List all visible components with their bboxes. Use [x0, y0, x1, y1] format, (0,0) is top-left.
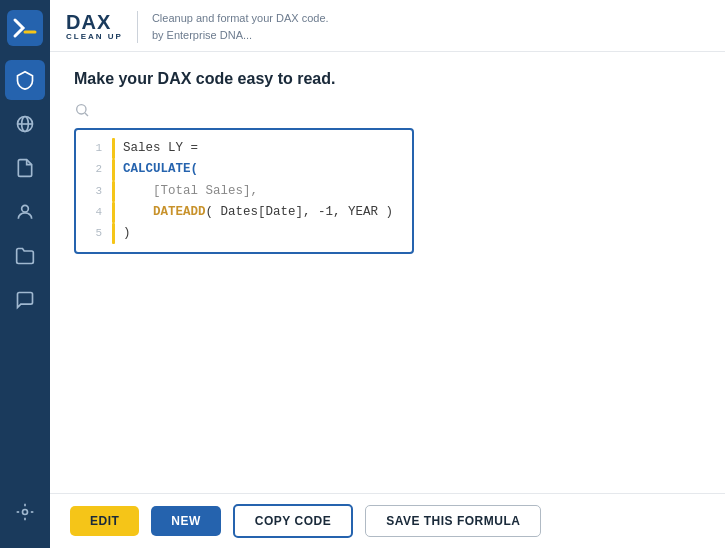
code-line-1: 1 Sales LY =: [86, 138, 402, 159]
line-number-3: 3: [86, 182, 102, 201]
logo-area: DAX CLEAN UP: [66, 12, 123, 41]
logo-dax: DAX: [66, 12, 123, 32]
sidebar: [0, 0, 50, 548]
code-line-5: 5 ): [86, 223, 402, 244]
line-number-4: 4: [86, 203, 102, 222]
sidebar-item-chat[interactable]: [5, 280, 45, 320]
svg-point-5: [23, 510, 28, 515]
sidebar-item-profile[interactable]: [5, 192, 45, 232]
header: DAX CLEAN UP Cleanup and format your DAX…: [50, 0, 725, 52]
header-divider: [137, 11, 138, 43]
main-content: DAX CLEAN UP Cleanup and format your DAX…: [50, 0, 725, 548]
svg-point-10: [77, 105, 86, 114]
copy-code-button[interactable]: COPY CODE: [233, 504, 353, 538]
sidebar-logo: [7, 10, 43, 46]
sidebar-item-folder[interactable]: [5, 236, 45, 276]
code-line-4: 4 DATEADD( Dates[Date], -1, YEAR ): [86, 202, 402, 223]
code-content-3: [Total Sales],: [123, 181, 258, 202]
header-tagline: Cleanup and format your DAX code. by Ent…: [152, 10, 329, 43]
tagline-line1: Cleanup and format your DAX code.: [152, 10, 329, 27]
line-number-2: 2: [86, 160, 102, 179]
search-bar: [74, 102, 701, 118]
code-content-5: ): [123, 223, 131, 244]
search-icon: [74, 102, 90, 118]
page-body: Make your DAX code easy to read. 1 Sales…: [50, 52, 725, 493]
new-button[interactable]: NEW: [151, 506, 221, 536]
line-bar-5: [112, 223, 115, 244]
svg-line-11: [85, 113, 88, 116]
code-line-3: 3 [Total Sales],: [86, 181, 402, 202]
line-bar-3: [112, 181, 115, 202]
line-bar-4: [112, 202, 115, 223]
spacer: [74, 254, 701, 493]
line-number-1: 1: [86, 139, 102, 158]
code-editor[interactable]: 1 Sales LY = 2 CALCULATE( 3 [Total Sales…: [74, 128, 414, 254]
code-content-2: CALCULATE(: [123, 159, 198, 180]
line-number-5: 5: [86, 224, 102, 243]
code-content-4: DATEADD( Dates[Date], -1, YEAR ): [123, 202, 393, 223]
edit-button[interactable]: EDIT: [70, 506, 139, 536]
sidebar-item-document[interactable]: [5, 148, 45, 188]
svg-point-4: [22, 205, 29, 212]
sidebar-item-shield[interactable]: [5, 60, 45, 100]
line-bar-1: [112, 138, 115, 159]
page-title: Make your DAX code easy to read.: [74, 70, 701, 88]
code-content-1: Sales LY =: [123, 138, 198, 159]
line-bar-2: [112, 159, 115, 180]
sidebar-item-globe[interactable]: [5, 104, 45, 144]
footer: EDIT NEW COPY CODE SAVE THIS FORMULA: [50, 493, 725, 548]
save-formula-button[interactable]: SAVE THIS FORMULA: [365, 505, 541, 537]
code-line-2: 2 CALCULATE(: [86, 159, 402, 180]
logo-sub: CLEAN UP: [66, 32, 123, 41]
sidebar-item-pin[interactable]: [5, 492, 45, 532]
tagline-line2: by Enterprise DNA...: [152, 27, 329, 44]
